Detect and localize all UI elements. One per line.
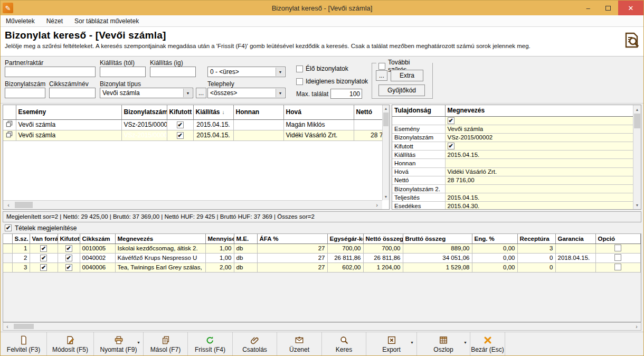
property-value[interactable]: Vevői számla [445,125,635,133]
column-header[interactable]: Receptúra [517,234,555,243]
cell-garancia[interactable]: 2018.04.15. [555,253,595,263]
property-row[interactable]: Kifutott [392,142,635,151]
chevron-down-icon[interactable]: ▼ [183,89,192,97]
column-header[interactable]: Nettó összeg [363,234,403,243]
cell-opcio[interactable] [595,243,640,253]
scroll-down-icon[interactable]: ▼ [383,193,389,200]
ures-dropdown[interactable]: 0 - <üres> ▼ [207,67,286,77]
export-button[interactable]: Export▼ [366,332,417,355]
cell-kif[interactable] [58,263,80,272]
cell-kif[interactable] [58,243,80,253]
property-value[interactable]: Vidéki Vásárló Zrt. [445,167,635,176]
cell-netto[interactable]: 1 204,00 [363,263,403,272]
cell-netto[interactable]: 26 811,86 [363,253,403,263]
cell-me[interactable]: db [234,253,257,263]
cell-egysegar[interactable]: 700,00 [327,243,363,253]
column-header[interactable]: Mennyiség [205,234,234,243]
scroll-left-icon[interactable]: ‹ [3,323,12,330]
property-value[interactable] [445,185,635,193]
kiallitas-tol-input[interactable] [100,67,146,77]
cell-honnan[interactable] [233,119,283,130]
cell-garancia[interactable] [555,243,595,253]
property-row[interactable]: Bizonylatszám 2. [392,185,635,193]
cell-egysegar[interactable]: 26 811,86 [327,253,363,263]
property-row[interactable]: Nettó28 716,00 [392,176,635,184]
column-header[interactable]: Opció [595,234,640,243]
bizonylatszam-input[interactable] [5,88,45,98]
row-selector[interactable] [3,263,12,272]
column-header[interactable]: Bizonylatszám [121,105,167,119]
cell-recept[interactable]: 0 [517,253,555,263]
cell-afa[interactable]: 27 [257,253,327,263]
maximize-button[interactable] [598,1,618,15]
cell-hova[interactable]: Magán Miklós [283,119,354,130]
cell-ssz[interactable]: 1 [12,243,30,253]
cikkszam-input[interactable] [49,88,96,98]
cell-bizonylatszam[interactable]: VSz-2015/00002 [121,130,167,140]
table-row[interactable]: 10010005Iskolai kezdőcsomag, áltisk 2.1,… [3,243,641,253]
chevron-down-icon[interactable]: ▼ [463,341,467,344]
column-header[interactable]: Megnevezés [115,234,205,243]
cell-opcio[interactable] [595,253,640,263]
property-row[interactable]: Kiállítás2015.04.15. [392,151,635,159]
refresh-button[interactable]: Frissít (F4) [188,332,233,355]
cell-brutto[interactable]: 889,00 [403,243,472,253]
column-header[interactable]: Eng. % [472,234,517,243]
cell-kiallitas[interactable]: 2015.04.15. [193,130,233,140]
column-header[interactable] [3,105,16,119]
property-value[interactable] [445,142,635,151]
cell-esemeny[interactable]: Vevői számla [16,119,121,130]
tovabbi-szures-more-button[interactable]: ... [376,70,387,81]
checkbox[interactable] [65,245,72,252]
copy-button[interactable]: Másol (F7) [144,332,188,355]
property-row[interactable]: Esedékes2015.04.30. [392,202,635,210]
property-value[interactable] [445,159,635,167]
row-copy-icon[interactable] [3,130,16,140]
chevron-down-icon[interactable]: ▼ [276,89,285,97]
column-header[interactable]: Esemény [16,105,121,119]
property-row[interactable] [392,116,635,125]
extra-button[interactable]: Extra [391,70,423,81]
cell-nev[interactable]: Tea, Twinings Earl Grey szálas, [115,263,205,272]
cell-garancia[interactable] [555,263,595,272]
property-value[interactable]: VSz-2015/00002 [445,133,635,142]
max-talalat-input[interactable] [330,89,362,99]
document-search-icon[interactable] [623,31,640,51]
cell-van[interactable] [30,263,58,272]
cell-kifutott[interactable] [167,119,193,130]
scroll-down-icon[interactable]: ▼ [633,201,641,209]
cell-van[interactable] [30,253,58,263]
chevron-down-icon[interactable]: ▼ [137,341,140,344]
gyujtokod-button[interactable]: Gyűjtőkód [378,85,425,96]
cell-netto[interactable]: 700,00 [363,243,403,253]
checkbox[interactable] [177,132,184,139]
cell-nev[interactable]: Iskolai kezdőcsomag, áltisk 2. [115,243,205,253]
cell-me[interactable]: db [234,243,257,253]
cell-recept[interactable]: 3 [517,243,555,253]
cell-ssz[interactable]: 2 [12,253,30,263]
print-button[interactable]: Nyomtat (F9)▼ [94,332,144,355]
scroll-left-icon[interactable]: ‹ [4,201,13,209]
checkbox[interactable] [177,121,184,128]
row-copy-icon[interactable] [3,119,16,130]
tovabbi-szures-checkbox[interactable] [378,63,385,70]
checkbox[interactable] [65,264,72,271]
cell-eng[interactable]: 0,00 [472,253,517,263]
cell-menny[interactable]: 1,00 [205,243,234,253]
scroll-right-icon[interactable]: › [373,201,381,209]
message-button[interactable]: Üzenet [277,332,322,355]
cell-van[interactable] [30,243,58,253]
cell-eng[interactable]: 0,00 [472,263,517,272]
cell-cikk[interactable]: 0010005 [80,243,115,253]
scrollbar-thumb[interactable] [14,324,34,329]
property-row[interactable]: Teljesítés2015.04.15. [392,193,635,202]
cell-afa[interactable]: 27 [257,263,327,272]
cell-brutto[interactable]: 34 051,06 [403,253,472,263]
column-header[interactable]: Kifutott [58,234,80,243]
checkbox[interactable] [65,255,72,261]
new-document-button[interactable]: Felvitel (F3) [1,332,47,355]
column-header[interactable]: Hová [283,105,354,119]
column-header[interactable]: ÁFA % [257,234,327,243]
minimize-button[interactable]: – [578,1,598,15]
cell-esemeny[interactable]: Vevői számla [16,130,121,140]
